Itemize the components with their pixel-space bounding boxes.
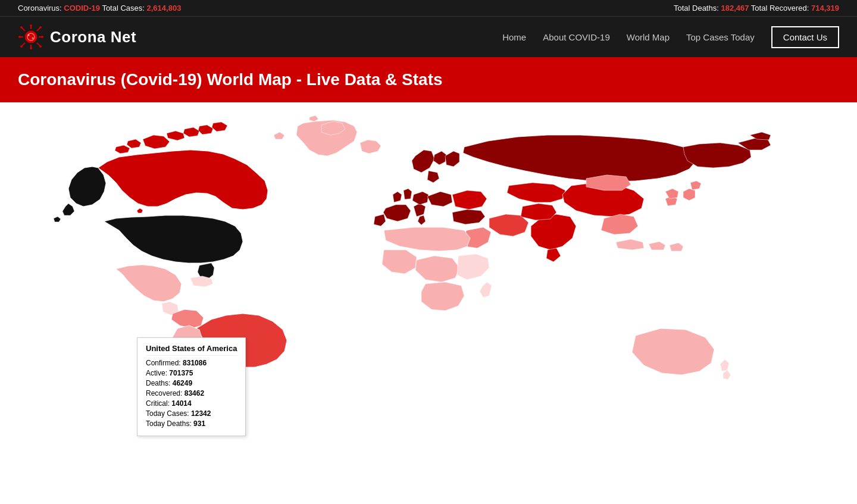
tooltip-today-cases-row: Today Cases: 12342 (146, 409, 237, 418)
svg-line-8 (37, 28, 40, 31)
svg-point-16 (39, 26, 42, 29)
tooltip-critical-row: Critical: 14014 (146, 399, 237, 408)
ticker-site-name: CODID-19 (64, 4, 100, 12)
tooltip-deaths-label: Deaths: (146, 379, 173, 387)
tooltip-critical-val: 14014 (171, 399, 191, 408)
corona-logo-icon (18, 24, 44, 50)
tooltip-active-val: 701375 (169, 369, 193, 377)
tooltip-active-label: Active: (146, 369, 169, 377)
tooltip-today-deaths-label: Today Deaths: (146, 420, 193, 428)
svg-point-12 (18, 36, 21, 38)
tooltip-recovered-row: Recovered: 83462 (146, 389, 237, 397)
svg-point-17 (20, 45, 23, 48)
nav-home[interactable]: Home (502, 32, 526, 42)
svg-point-18 (28, 35, 30, 36)
tooltip-recovered-val: 83462 (184, 389, 204, 397)
svg-line-6 (22, 28, 25, 31)
svg-point-14 (20, 26, 23, 29)
svg-line-9 (22, 43, 25, 46)
ticker-total-cases: 2,614,803 (147, 4, 182, 12)
svg-point-15 (39, 45, 42, 48)
map-area[interactable]: United States of America Confirmed: 8310… (0, 102, 857, 471)
tooltip-today-deaths-val: 931 (193, 420, 205, 428)
tooltip-country-name: United States of America (146, 344, 237, 356)
tooltip-confirmed-label: Confirmed: (146, 359, 183, 367)
ticker-left: Coronavirus: CODID-19 Total Cases: 2,614… (18, 4, 181, 12)
nav-links: Home About COVID-19 World Map Top Cases … (502, 26, 839, 48)
ticker-recovered: 714,319 (811, 4, 839, 12)
contact-us-button[interactable]: Contact Us (771, 26, 839, 48)
red-banner: Coronavirus (Covid-19) World Map - Live … (0, 57, 857, 102)
ticker-deaths: 182,467 (721, 4, 749, 12)
logo-text: Corona Net (50, 28, 136, 46)
ticker-right: Total Deaths: 182,467 Total Recovered: 7… (674, 4, 839, 12)
svg-line-7 (37, 43, 40, 46)
tooltip-confirmed-row: Confirmed: 831086 (146, 359, 237, 367)
ticker-prefix: Coronavirus: (18, 4, 64, 12)
svg-point-10 (30, 24, 32, 27)
tooltip-deaths-val: 46249 (173, 379, 192, 387)
svg-point-11 (30, 47, 32, 49)
ticker-deaths-label: Total Deaths: (674, 4, 721, 12)
tooltip-confirmed-val: 831086 (183, 359, 207, 367)
ticker-middle: Total Cases: (100, 4, 147, 12)
tooltip-deaths-row: Deaths: 46249 (146, 379, 237, 387)
country-tooltip: United States of America Confirmed: 8310… (137, 337, 246, 436)
tooltip-today-cases-label: Today Cases: (146, 409, 191, 418)
tooltip-today-cases-val: 12342 (191, 409, 211, 418)
logo-area: Corona Net (18, 24, 136, 50)
svg-point-13 (41, 36, 43, 38)
tooltip-today-deaths-row: Today Deaths: 931 (146, 420, 237, 428)
tooltip-critical-label: Critical: (146, 399, 171, 408)
svg-point-19 (32, 37, 34, 39)
tooltip-recovered-label: Recovered: (146, 389, 184, 397)
nav-worldmap[interactable]: World Map (627, 32, 670, 42)
navbar: Corona Net Home About COVID-19 World Map… (0, 16, 857, 57)
ticker-recovered-label: Total Recovered: (749, 4, 811, 12)
nav-top-cases[interactable]: Top Cases Today (686, 32, 755, 42)
nav-about[interactable]: About COVID-19 (543, 32, 610, 42)
banner-title: Coronavirus (Covid-19) World Map - Live … (18, 70, 839, 89)
ticker-bar: Coronavirus: CODID-19 Total Cases: 2,614… (0, 0, 857, 16)
world-map-svg[interactable] (0, 102, 857, 471)
svg-point-0 (25, 31, 37, 43)
tooltip-active-row: Active: 701375 (146, 369, 237, 377)
